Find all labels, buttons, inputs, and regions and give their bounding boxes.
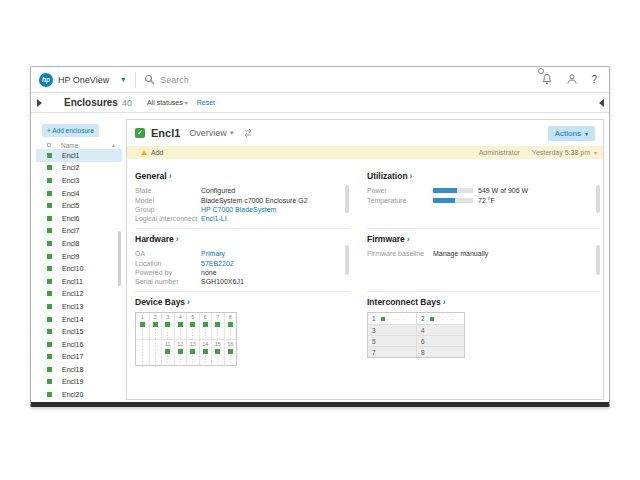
list-item[interactable]: Encl1 [36,149,122,162]
section-title[interactable]: Hardware› [135,234,350,244]
list-item[interactable]: Encl2 [36,162,122,175]
section-title[interactable]: Utilization› [367,171,599,181]
user-icon [566,73,578,85]
sidebar-scrollbar[interactable] [118,231,121,286]
scrollbar-thumb[interactable] [345,185,349,213]
resource-count: 40 [122,98,132,108]
list-item[interactable]: Encl16 [36,338,122,351]
list-item[interactable]: Encl13 [36,300,122,313]
device-bay-16[interactable]: 16 [224,339,237,365]
status-ok-icon [47,367,52,372]
list-item[interactable]: Encl14 [36,313,122,326]
section-title[interactable]: Firmware› [367,234,599,244]
list-item[interactable]: Encl3 [36,174,122,187]
chevron-down-icon[interactable]: ▾ [594,149,597,156]
section-title[interactable]: General› [135,171,350,181]
list-item[interactable]: Encl21 [36,401,122,402]
device-bay-2[interactable]: 2 [149,313,162,339]
activity-banner[interactable]: Add Administrator Yesterday 5:38 pm ▾ [127,146,603,159]
list-item[interactable]: Encl18 [36,363,122,376]
search-icon [144,74,155,85]
detail-panel: ✓ Encl1 Overview ▾ Actions▾ Add [126,119,604,400]
status-filter[interactable]: All statuses [147,99,183,106]
device-bay-15[interactable]: 15 [211,339,224,365]
collapse-panel-icon[interactable] [599,99,604,107]
body-area: + Add enclosure Name ▲ Encl1Encl2Encl3En… [31,113,609,402]
actions-button[interactable]: Actions▾ [548,126,595,141]
reset-link[interactable]: Reset [197,99,215,106]
list-item[interactable]: Encl7 [36,225,122,238]
device-bay-6[interactable]: 6 [199,313,212,339]
field-value-link[interactable]: Encl1-LI [201,215,227,222]
utilization-bar [433,198,473,203]
device-bay-14[interactable]: 14 [199,339,212,365]
interconnect-bay-1[interactable]: 1- - - - [368,313,416,324]
section-title[interactable]: Device Bays› [135,297,350,307]
general-rows: StateConfiguredModelBladeSystem c7000 En… [135,186,350,224]
user-menu-button[interactable] [566,71,578,89]
bay-number: 11 [165,341,171,348]
field-label: Firmware baseline [367,250,433,257]
enclosure-name: Encl14 [62,316,83,323]
notification-badge [538,68,544,74]
device-bay-7[interactable]: 7 [211,313,224,339]
list-item[interactable]: Encl5 [36,199,122,212]
search-input[interactable] [160,75,460,85]
list-item[interactable]: Encl10 [36,262,122,275]
scrollbar-thumb[interactable] [596,245,600,275]
field-value: none [201,269,217,276]
bay-number: 3 [372,327,376,334]
interconnect-bay-2[interactable]: 2- - - - [416,313,464,324]
device-bay-8[interactable]: 8 [224,313,237,339]
bay-number: 13 [190,341,196,348]
device-bay-1[interactable]: 1 [136,313,149,339]
field-value-link[interactable]: 57EB2202 [201,260,234,267]
enclosure-name: Encl15 [62,328,83,335]
list-item[interactable]: Encl12 [36,288,122,301]
device-bay-13[interactable]: 13 [186,339,199,365]
bell-icon [541,73,553,85]
enclosure-name: Encl8 [62,240,80,247]
field-value-link[interactable]: HP C7000 BladeSystem [201,206,276,213]
list-item[interactable]: Encl19 [36,376,122,389]
bay-number: 2 [154,314,157,321]
list-item[interactable]: Encl6 [36,212,122,225]
scrollbar-thumb[interactable] [596,185,600,213]
interconnect-bay-7: 7 [368,346,416,357]
enclosure-name: Encl20 [62,391,83,398]
help-button[interactable]: ? [591,74,597,85]
field-label: Serial number [135,278,201,285]
list-item[interactable]: Encl15 [36,325,122,338]
scrollbar-thumb[interactable] [345,245,349,275]
device-bay-11[interactable]: 11 [161,339,174,365]
device-bay-4[interactable]: 4 [174,313,187,339]
expand-panel-icon[interactable] [37,99,42,107]
list-item[interactable]: Encl8 [36,237,122,250]
device-bay-12[interactable]: 12 [174,339,187,365]
field-value: Configured [201,187,235,194]
device-bay-3[interactable]: 3 [161,313,174,339]
list-item[interactable]: Encl9 [36,250,122,263]
list-item[interactable]: Encl11 [36,275,122,288]
bay-divider-dots [192,329,193,339]
list-item[interactable]: Encl4 [36,187,122,200]
name-column-header[interactable]: Name [61,142,78,149]
bay-number: 7 [216,314,219,321]
list-item[interactable]: Encl20 [36,388,122,401]
status-ok-icon [47,241,52,246]
notifications-button[interactable] [541,71,553,89]
field-value: BladeSystem c7000 Enclosure G2 [201,197,308,204]
section-title[interactable]: Interconnect Bays› [367,297,599,307]
utilization-bar [433,188,473,193]
field-label: Temperature [367,197,433,204]
chevron-down-icon[interactable]: ▾ [230,129,234,137]
add-enclosure-button[interactable]: + Add enclosure [42,124,99,137]
field-row: Powered bynone [135,268,350,277]
chevron-down-icon[interactable]: ▾ [121,75,125,84]
list-item[interactable]: Encl17 [36,351,122,364]
device-bay-5[interactable]: 5 [186,313,199,339]
field-value-link[interactable]: Primary [201,250,225,257]
view-selector[interactable]: Overview [189,128,227,138]
map-view-icon[interactable] [243,124,253,142]
search-bar[interactable] [144,74,541,85]
